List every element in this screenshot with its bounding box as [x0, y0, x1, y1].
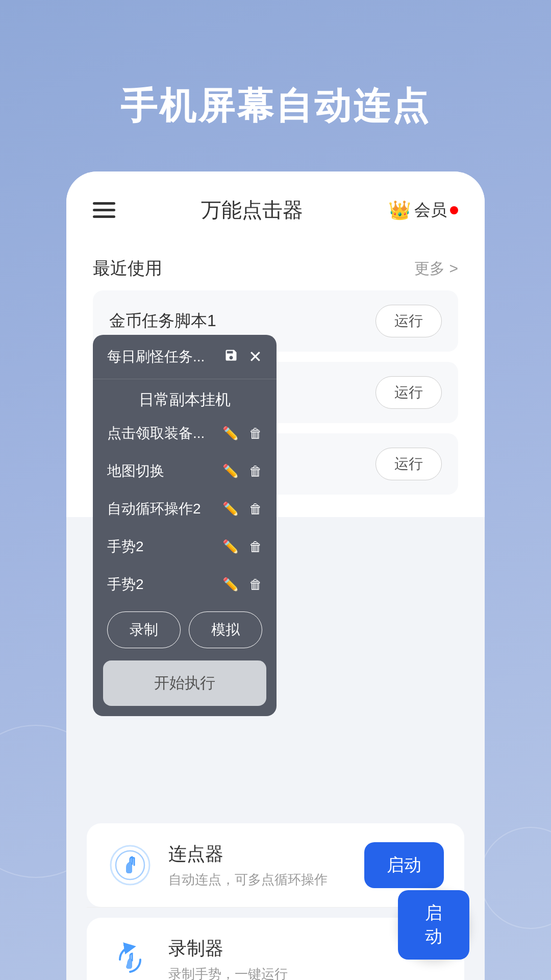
notification-dot [450, 206, 458, 214]
popup-execute-button[interactable]: 开始执行 [103, 660, 266, 706]
recorder-feature-desc: 录制手势，一键运行 [168, 965, 444, 980]
popup-row-5: 手势2 ✏️ 🗑 [93, 566, 277, 603]
popup-row-3: 自动循环操作2 ✏️ 🗑 [93, 490, 277, 528]
floating-circle: 启动 [398, 889, 469, 961]
popup-delete-icon-5[interactable]: 🗑 [249, 577, 262, 593]
menu-line-2 [93, 209, 115, 211]
popup-close-icon[interactable]: ✕ [248, 347, 262, 366]
popup-row-text-1: 点击领取装备... [107, 424, 222, 443]
popup-row-actions-5: ✏️ 🗑 [222, 577, 262, 593]
run-button-3[interactable]: 运行 [375, 448, 442, 480]
popup-save-icon[interactable] [224, 348, 238, 366]
phone-card: 万能点击器 👑 会员 最近使用 更多 > 金币任务脚本1 运行 运行 运行 [66, 172, 485, 980]
popup-edit-icon-1[interactable]: ✏️ [222, 426, 239, 442]
script-name-1: 金币任务脚本1 [109, 310, 216, 332]
run-button-2[interactable]: 运行 [375, 376, 442, 409]
clicker-feature-desc: 自动连点，可多点循环操作 [168, 871, 349, 889]
menu-line-1 [93, 202, 115, 205]
bg-circle-2 [480, 827, 551, 929]
app-header: 万能点击器 👑 会员 [66, 172, 485, 240]
menu-button[interactable] [93, 202, 115, 218]
popup-row-4: 手势2 ✏️ 🗑 [93, 528, 277, 566]
popup-row-1: 点击领取装备... ✏️ 🗑 [93, 414, 277, 452]
popup-simulate-button[interactable]: 模拟 [189, 611, 262, 648]
popup-edit-icon-5[interactable]: ✏️ [222, 577, 239, 593]
app-title: 万能点击器 [201, 196, 303, 224]
membership-label: 会员 [414, 199, 447, 222]
popup-delete-icon-3[interactable]: 🗑 [249, 501, 262, 517]
membership-badge[interactable]: 👑 会员 [388, 199, 458, 222]
popup-row-2: 地图切换 ✏️ 🗑 [93, 452, 277, 490]
popup-edit-icon-3[interactable]: ✏️ [222, 501, 239, 517]
clicker-feature-name: 连点器 [168, 842, 349, 867]
run-button-1[interactable]: 运行 [375, 305, 442, 337]
popup-delete-icon-1[interactable]: 🗑 [249, 426, 262, 442]
popup-record-button[interactable]: 录制 [107, 611, 181, 648]
recorder-start-button[interactable]: 启动 [398, 890, 469, 960]
recorder-feature-icon [107, 937, 153, 980]
popup-header: 每日刷怪任务... ✕ [93, 335, 277, 379]
popup-header-title: 每日刷怪任务... [107, 347, 224, 366]
popup-action-buttons: 录制 模拟 [93, 603, 277, 656]
hero-title: 手机屏幕自动连点 [120, 82, 431, 131]
clicker-feature-info: 连点器 自动连点，可多点循环操作 [168, 842, 349, 889]
popup-row-actions-2: ✏️ 🗑 [222, 463, 262, 479]
recent-header: 最近使用 更多 > [93, 257, 458, 280]
popup-row-actions-4: ✏️ 🗑 [222, 539, 262, 555]
popup-row-text-2: 地图切换 [107, 461, 222, 481]
popup-edit-icon-2[interactable]: ✏️ [222, 463, 239, 479]
more-link[interactable]: 更多 > [414, 258, 458, 279]
popup-main-label: 日常副本挂机 [93, 379, 277, 414]
crown-icon: 👑 [388, 200, 411, 221]
menu-line-3 [93, 215, 115, 218]
clicker-feature-icon [107, 842, 153, 888]
popup-row-text-4: 手势2 [107, 537, 222, 556]
popup-row-actions-1: ✏️ 🗑 [222, 426, 262, 442]
popup-row-text-3: 自动循环操作2 [107, 499, 222, 519]
clicker-start-button[interactable]: 启动 [364, 842, 444, 888]
popup-delete-icon-4[interactable]: 🗑 [249, 539, 262, 555]
dropdown-popup: 每日刷怪任务... ✕ 日常副本挂机 点击领取装备... ✏️ 🗑 地图切换 ✏… [93, 335, 277, 716]
popup-edit-icon-4[interactable]: ✏️ [222, 539, 239, 555]
feature-card-recorder: 录制器 录制手势，一键运行 启动 [87, 918, 464, 980]
popup-delete-icon-2[interactable]: 🗑 [249, 463, 262, 479]
recent-label: 最近使用 [93, 257, 162, 280]
popup-row-actions-3: ✏️ 🗑 [222, 501, 262, 517]
popup-row-text-5: 手势2 [107, 575, 222, 594]
